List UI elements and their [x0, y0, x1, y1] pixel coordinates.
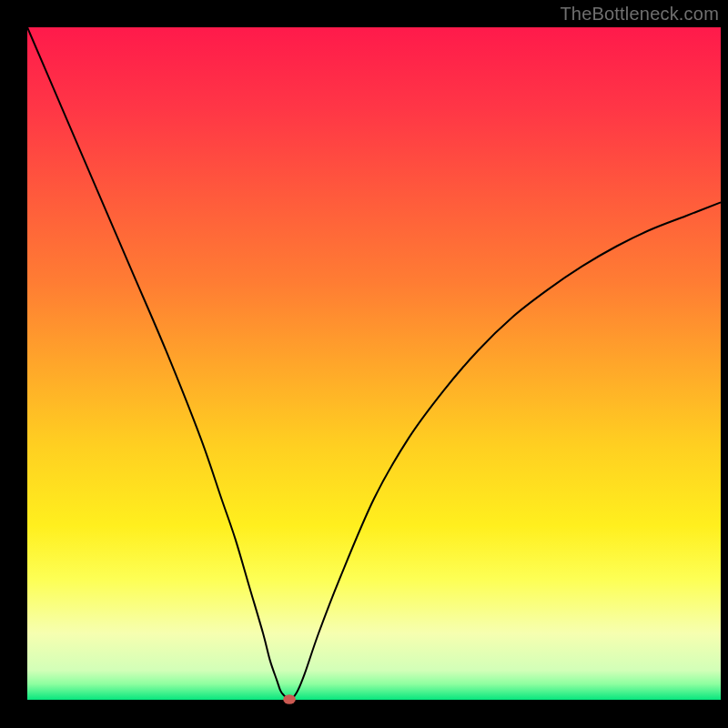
- watermark-text: TheBottleneck.com: [560, 4, 719, 25]
- chart-frame: TheBottleneck.com: [0, 0, 728, 728]
- bottleneck-chart: [0, 0, 728, 728]
- plot-background: [27, 27, 721, 701]
- optimal-point-marker: [283, 694, 296, 703]
